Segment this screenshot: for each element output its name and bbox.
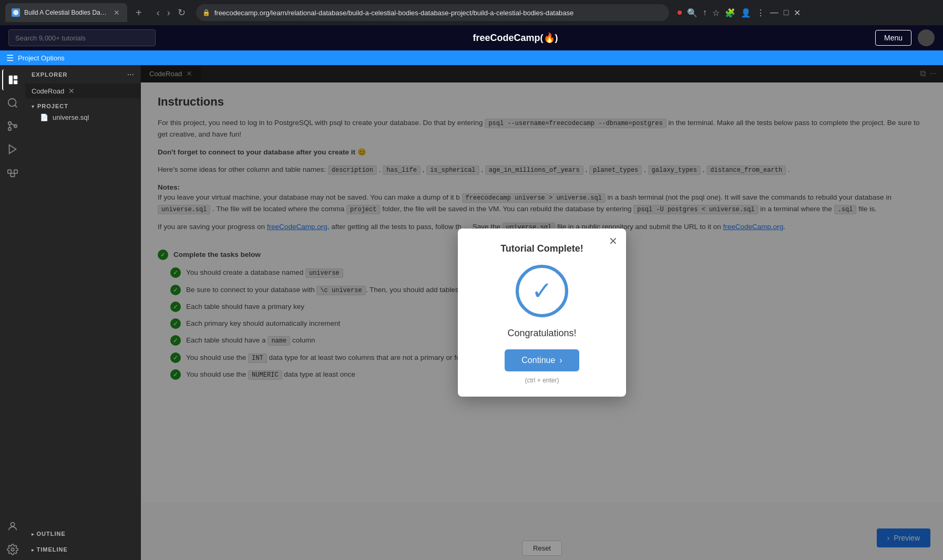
- timeline-label: TIMELINE: [36, 546, 67, 553]
- outline-label: OUTLINE: [36, 531, 65, 537]
- svg-point-0: [13, 10, 18, 15]
- search-bar[interactable]: [8, 29, 156, 46]
- outline-section[interactable]: ▸ OUTLINE: [25, 526, 140, 540]
- explorer-tab-close[interactable]: ✕: [68, 87, 75, 95]
- continue-button[interactable]: Continue ›: [505, 349, 579, 371]
- project-heading[interactable]: ▾ PROJECT: [25, 101, 140, 111]
- browser-chrome: Build A Celestial Bodies Databas ✕ + ‹ ›…: [0, 0, 943, 25]
- continue-arrow-icon: ›: [559, 356, 562, 365]
- sidebar-icon-settings[interactable]: [2, 539, 23, 560]
- svg-line-5: [15, 105, 17, 107]
- fcc-logo: freeCodeCamp(🔥): [473, 32, 558, 44]
- explorer-title: EXPLORER: [32, 71, 68, 78]
- modal-title: Tutorial Complete!: [473, 243, 611, 254]
- fcc-toolbar: freeCodeCamp(🔥) Menu: [0, 25, 943, 50]
- tab-close-button[interactable]: ✕: [112, 7, 121, 18]
- browser-nav: ‹ › ↻: [150, 5, 192, 20]
- browser-actions: 🔍 ↑ ☆ 🧩 👤 ⋮ — □ ✕: [673, 8, 805, 18]
- svg-rect-1: [9, 76, 13, 85]
- continue-label: Continue: [521, 356, 555, 365]
- sidebar-icon-source-control[interactable]: [2, 116, 23, 137]
- project-options-label: Project Options: [18, 54, 65, 62]
- tutorial-complete-modal: ✕ Tutorial Complete! ✓ Congratulations! …: [458, 229, 626, 397]
- maximize-button[interactable]: □: [784, 8, 789, 17]
- main-layout: EXPLORER ··· CodeRoad ✕ ▾ PROJECT 📄 univ…: [0, 65, 943, 560]
- sidebar-icons: [0, 65, 25, 560]
- svg-point-13: [11, 523, 14, 526]
- more-button[interactable]: ⋮: [756, 8, 765, 18]
- sidebar-icon-explorer[interactable]: [2, 69, 23, 90]
- svg-point-6: [8, 122, 12, 125]
- explorer-more-button[interactable]: ···: [127, 70, 134, 79]
- svg-rect-11: [14, 170, 17, 173]
- modal-checkmark-icon: ✓: [531, 278, 552, 304]
- refresh-button[interactable]: ↻: [176, 5, 188, 20]
- browser-tab[interactable]: Build A Celestial Bodies Databas ✕: [5, 3, 127, 22]
- svg-rect-2: [14, 76, 17, 79]
- svg-rect-10: [8, 170, 11, 173]
- file-name: universe.sql: [53, 113, 89, 121]
- sidebar-icon-run[interactable]: [2, 139, 23, 160]
- svg-rect-12: [11, 173, 14, 177]
- explorer-tab-label: CodeRoad: [32, 87, 64, 95]
- close-button[interactable]: ✕: [794, 8, 801, 18]
- search-browser-button[interactable]: 🔍: [687, 8, 698, 18]
- timeline-chevron-icon: ▸: [32, 547, 34, 553]
- project-options-bar: ☰ Project Options: [0, 50, 943, 65]
- extension-button[interactable]: 🧩: [725, 8, 735, 18]
- outline-chevron-icon: ▸: [32, 531, 34, 537]
- modal-close-button[interactable]: ✕: [609, 235, 618, 247]
- content-area: CodeRoad ✕ ⧉ ··· Instructions For this p…: [141, 65, 943, 560]
- tab-favicon: [12, 8, 20, 17]
- user-avatar[interactable]: [918, 29, 935, 46]
- menu-button[interactable]: Menu: [875, 30, 911, 46]
- bookmark-button[interactable]: ☆: [712, 8, 720, 18]
- address-bar[interactable]: 🔒 freecodecamp.org/learn/relational-data…: [196, 4, 669, 21]
- list-item[interactable]: 📄 universe.sql: [25, 111, 140, 123]
- minimize-button[interactable]: —: [770, 8, 778, 17]
- keyboard-shortcut-hint: (ctrl + enter): [473, 377, 611, 384]
- lock-icon: 🔒: [202, 9, 210, 16]
- modal-check-circle: ✓: [516, 265, 568, 317]
- explorer-header: EXPLORER ···: [25, 65, 140, 84]
- svg-point-14: [11, 548, 14, 551]
- fcc-logo-flame: 🔥: [544, 33, 555, 43]
- timeline-section[interactable]: ▸ TIMELINE: [25, 542, 140, 556]
- project-chevron-icon: ▾: [32, 103, 34, 109]
- hamburger-icon[interactable]: ☰: [6, 53, 14, 63]
- sidebar-icon-account[interactable]: [2, 516, 23, 537]
- sidebar-icon-search[interactable]: [2, 92, 23, 113]
- svg-point-7: [8, 128, 12, 131]
- forward-button[interactable]: ›: [165, 5, 172, 20]
- back-button[interactable]: ‹: [155, 5, 162, 20]
- profile-button[interactable]: 👤: [741, 8, 751, 18]
- tab-title: Build A Celestial Bodies Databas: [24, 9, 108, 16]
- share-button[interactable]: ↑: [703, 8, 707, 17]
- recording-indicator: [678, 11, 682, 15]
- file-icon: 📄: [40, 113, 48, 121]
- new-tab-button[interactable]: +: [131, 7, 146, 19]
- modal-overlay: ✕ Tutorial Complete! ✓ Congratulations! …: [141, 65, 943, 560]
- svg-point-4: [8, 99, 16, 107]
- project-label: PROJECT: [37, 103, 68, 109]
- search-input[interactable]: [15, 34, 149, 42]
- modal-congrats-text: Congratulations!: [473, 328, 611, 339]
- project-tree: ▾ PROJECT 📄 universe.sql: [25, 99, 140, 126]
- svg-marker-9: [9, 145, 16, 154]
- url-text: freecodecamp.org/learn/relational-databa…: [214, 9, 663, 17]
- explorer-tab[interactable]: CodeRoad ✕: [25, 84, 140, 99]
- file-explorer: EXPLORER ··· CodeRoad ✕ ▾ PROJECT 📄 univ…: [25, 65, 141, 560]
- svg-rect-3: [14, 80, 17, 84]
- sidebar-icon-extensions[interactable]: [2, 162, 23, 183]
